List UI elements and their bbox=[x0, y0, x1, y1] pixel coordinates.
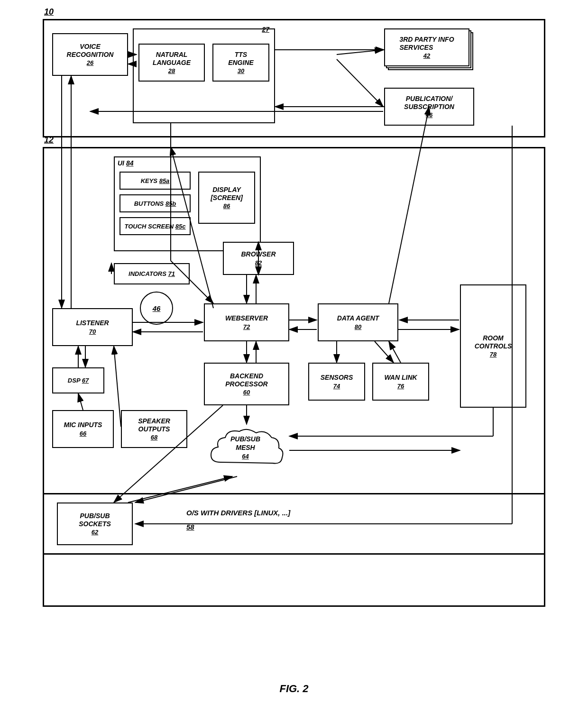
pub-sub-external-block: PUBLICATION/SUBSCRIPTION 46 bbox=[384, 88, 474, 126]
tts-engine-label: TTSENGINE bbox=[228, 51, 254, 67]
ref-12: 12 bbox=[44, 135, 54, 145]
natural-language-label: NATURALLANGUAGE bbox=[153, 51, 191, 67]
pub-sub-mesh-label: PUB/SUBMESH bbox=[230, 435, 260, 451]
os-drivers-ref: 58 bbox=[186, 523, 194, 531]
dsp-block: DSP 67 bbox=[52, 367, 104, 393]
room-controls-block: ROOMCONTROLS 78 bbox=[460, 284, 526, 408]
touch-screen-label: TOUCH SCREEN 85c bbox=[124, 223, 185, 230]
sensors-ref: 74 bbox=[333, 383, 340, 390]
display-ref: 86 bbox=[223, 202, 230, 210]
listener-label: LISTENER bbox=[76, 319, 109, 327]
room-controls-ref: 78 bbox=[490, 351, 496, 358]
voice-recognition-label: VOICERECOGNITION bbox=[67, 43, 114, 59]
webserver-label: WEBSERVER bbox=[225, 314, 268, 322]
pub-sub-mesh-block: PUB/SUBMESH 64 bbox=[202, 424, 289, 476]
sensors-block: SENSORS 74 bbox=[308, 363, 365, 401]
data-agent-label: DATA AGENT bbox=[337, 314, 379, 322]
mic-inputs-block: MIC INPUTS 66 bbox=[52, 410, 114, 448]
speaker-outputs-block: SPEAKEROUTPUTS 68 bbox=[121, 410, 187, 448]
fig-caption: FIG. 2 bbox=[279, 683, 308, 695]
data-agent-ref: 80 bbox=[355, 323, 361, 330]
third-party-ref: 42 bbox=[423, 52, 430, 59]
pub-sub-sockets-ref: 62 bbox=[92, 529, 98, 536]
pub-sub-sockets-block: PUB/SUBSOCKETS 62 bbox=[57, 503, 133, 545]
tts-engine-block: TTSENGINE 30 bbox=[212, 44, 269, 82]
mic-inputs-ref: 66 bbox=[80, 430, 86, 437]
browser-ref: 82 bbox=[255, 259, 262, 266]
listener-block: LISTENER 70 bbox=[52, 308, 133, 346]
os-drivers-label: O/S WITH DRIVERS [LINUX, ...] bbox=[186, 509, 290, 517]
pub-sub-external-label: PUBLICATION/SUBSCRIPTION bbox=[404, 95, 454, 111]
backend-processor-ref: 60 bbox=[243, 389, 250, 396]
pub-sub-external-ref: 46 bbox=[426, 111, 432, 119]
voice-recognition-block: VOICERECOGNITION 26 bbox=[52, 33, 128, 76]
backend-processor-label: BACKENDPROCESSOR bbox=[225, 372, 267, 388]
keys-label: KEYS 85a bbox=[141, 177, 170, 184]
ui-label: UI 84 bbox=[118, 159, 133, 167]
display-block: DISPLAY[SCREEN] 86 bbox=[198, 172, 255, 224]
diagram: 10 12 VOICERECOGNITION 26 27 NATURALLANG… bbox=[33, 9, 555, 673]
ref-10: 10 bbox=[44, 7, 54, 17]
data-agent-block: DATA AGENT 80 bbox=[318, 303, 398, 341]
third-party-label: 3RD PARTY INFOSERVICES bbox=[399, 36, 454, 52]
pub-sub-mesh-ref: 64 bbox=[242, 453, 248, 460]
room-controls-label: ROOMCONTROLS bbox=[475, 334, 512, 350]
listener-ref: 70 bbox=[89, 328, 96, 335]
circle-46-label: 46 bbox=[153, 304, 161, 312]
mic-inputs-label: MIC INPUTS bbox=[64, 421, 102, 429]
natural-language-ref: 28 bbox=[168, 67, 175, 74]
webserver-ref: 72 bbox=[243, 323, 250, 330]
display-label: DISPLAY[SCREEN] bbox=[211, 186, 243, 202]
indicators-label: INDICATORS 71 bbox=[129, 270, 175, 277]
buttons-label: BUTTONS 85b bbox=[134, 200, 176, 207]
natural-language-block: NATURALLANGUAGE 28 bbox=[138, 44, 205, 82]
pub-sub-sockets-label: PUB/SUBSOCKETS bbox=[79, 512, 111, 528]
wan-link-label: WAN LINK bbox=[384, 374, 417, 382]
browser-block: BROWSER 82 bbox=[223, 242, 294, 275]
tts-engine-ref: 30 bbox=[238, 67, 244, 74]
browser-label: BROWSER bbox=[241, 250, 276, 258]
wan-link-ref: 76 bbox=[397, 383, 404, 390]
voice-recognition-ref: 26 bbox=[87, 59, 93, 66]
speaker-outputs-ref: 68 bbox=[151, 434, 157, 441]
speaker-outputs-label: SPEAKEROUTPUTS bbox=[138, 417, 170, 433]
nlp-ref: 27 bbox=[262, 26, 269, 33]
backend-processor-block: BACKENDPROCESSOR 60 bbox=[204, 363, 289, 405]
ui-container: UI 84 KEYS 85a BUTTONS 85b TOUCH SCREEN … bbox=[114, 156, 261, 251]
wan-link-block: WAN LINK 76 bbox=[372, 363, 429, 401]
circle-46: 46 bbox=[140, 292, 173, 325]
keys-block: KEYS 85a bbox=[119, 172, 191, 190]
third-party-block: 3RD PARTY INFOSERVICES 42 bbox=[384, 28, 477, 74]
dsp-label: DSP 67 bbox=[68, 377, 89, 384]
nlp-box-27: 27 NATURALLANGUAGE 28 TTSENGINE 30 bbox=[133, 28, 275, 123]
indicators-block: INDICATORS 71 bbox=[114, 263, 190, 284]
touch-screen-block: TOUCH SCREEN 85c bbox=[119, 217, 191, 235]
sensors-label: SENSORS bbox=[321, 374, 353, 382]
buttons-block: BUTTONS 85b bbox=[119, 194, 191, 212]
webserver-block: WEBSERVER 72 bbox=[204, 303, 289, 341]
